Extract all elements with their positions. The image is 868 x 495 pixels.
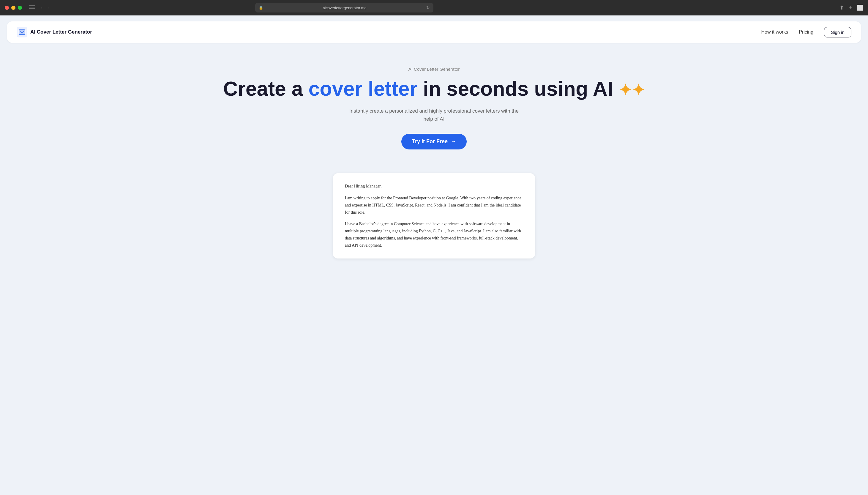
hero-section: AI Cover Letter Generator Create a cover… bbox=[0, 49, 868, 161]
letter-paragraph-2: I have a Bachelor's degree in Computer S… bbox=[345, 220, 523, 249]
close-button[interactable] bbox=[5, 6, 9, 10]
address-bar[interactable]: 🔒 aicoverlettergenerator.me ↻ bbox=[255, 3, 433, 13]
nav-pricing[interactable]: Pricing bbox=[799, 30, 813, 35]
minimize-button[interactable] bbox=[11, 6, 15, 10]
sidebar-toggle-icon[interactable] bbox=[29, 5, 35, 10]
browser-actions: ⬆ + ⬜ bbox=[839, 4, 863, 11]
url-display: aicoverlettergenerator.me bbox=[265, 6, 424, 10]
hero-subtitle: Instantly create a personalized and high… bbox=[348, 107, 520, 123]
hero-title-blue: cover letter bbox=[309, 77, 418, 100]
hero-title-part1: Create a bbox=[223, 77, 308, 100]
hero-title-ai: AI bbox=[593, 77, 613, 100]
lock-icon: 🔒 bbox=[259, 6, 263, 10]
tabs-icon[interactable]: ⬜ bbox=[857, 4, 863, 11]
back-arrow-icon[interactable]: ‹ bbox=[40, 4, 44, 12]
try-it-free-button[interactable]: Try It For Free → bbox=[401, 134, 467, 150]
brand[interactable]: AI Cover Letter Generator bbox=[17, 27, 92, 37]
new-tab-icon[interactable]: + bbox=[849, 4, 852, 11]
share-icon[interactable]: ⬆ bbox=[839, 4, 844, 11]
hero-eyebrow: AI Cover Letter Generator bbox=[6, 67, 862, 72]
hero-title-part2: in seconds using bbox=[417, 77, 593, 100]
reload-icon[interactable]: ↻ bbox=[426, 5, 430, 10]
brand-name: AI Cover Letter Generator bbox=[30, 29, 92, 35]
page-container: AI Cover Letter Generator How it works P… bbox=[0, 15, 868, 495]
traffic-lights bbox=[5, 6, 22, 10]
try-btn-arrow-icon: → bbox=[451, 138, 456, 145]
svg-rect-1 bbox=[19, 30, 25, 34]
browser-chrome: ‹ › 🔒 aicoverlettergenerator.me ↻ ⬆ + ⬜ bbox=[0, 0, 868, 15]
forward-arrow-icon[interactable]: › bbox=[46, 4, 50, 12]
navbar: AI Cover Letter Generator How it works P… bbox=[7, 21, 861, 43]
letter-preview: Dear Hiring Manager, I am writing to app… bbox=[333, 173, 535, 258]
maximize-button[interactable] bbox=[18, 6, 22, 10]
nav-how-it-works[interactable]: How it works bbox=[761, 30, 788, 35]
try-btn-label: Try It For Free bbox=[412, 138, 448, 145]
letter-paragraph-1: I am writing to apply for the Frontend D… bbox=[345, 194, 523, 216]
nav-links: How it works Pricing Sign in bbox=[761, 27, 851, 37]
letter-greeting: Dear Hiring Manager, bbox=[345, 183, 523, 190]
brand-icon bbox=[17, 27, 27, 37]
sparkles-icon: ✦✦ bbox=[619, 82, 645, 99]
nav-arrows: ‹ › bbox=[40, 4, 50, 12]
sign-in-button[interactable]: Sign in bbox=[824, 27, 851, 37]
hero-title: Create a cover letter in seconds using A… bbox=[6, 78, 862, 100]
